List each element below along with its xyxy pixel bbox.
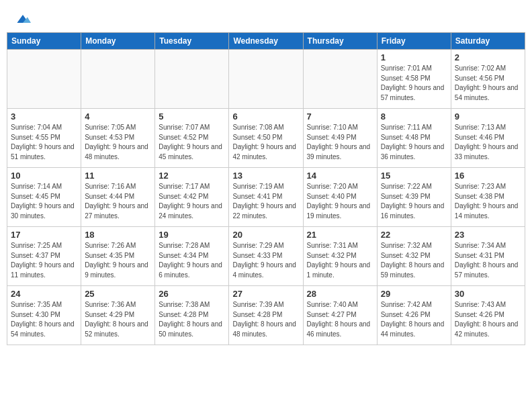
day-number: 9 [455,111,521,122]
day-cell: 10Sunrise: 7:14 AM Sunset: 4:45 PM Dayli… [7,168,81,227]
day-info: Sunrise: 7:36 AM Sunset: 4:29 PM Dayligh… [85,300,151,339]
column-header-thursday: Thursday [303,33,377,50]
day-number: 22 [381,230,447,240]
day-info: Sunrise: 7:11 AM Sunset: 4:48 PM Dayligh… [381,123,447,162]
day-cell: 22Sunrise: 7:32 AM Sunset: 4:32 PM Dayli… [377,227,451,286]
day-info: Sunrise: 7:42 AM Sunset: 4:26 PM Dayligh… [381,300,447,339]
day-number: 25 [85,289,151,299]
day-number: 30 [455,289,521,299]
day-info: Sunrise: 7:29 AM Sunset: 4:33 PM Dayligh… [232,241,299,280]
day-info: Sunrise: 7:34 AM Sunset: 4:31 PM Dayligh… [455,241,521,280]
day-number: 20 [232,230,299,240]
week-row-2: 3Sunrise: 7:04 AM Sunset: 4:55 PM Daylig… [7,109,525,168]
day-number: 29 [381,289,447,299]
day-info: Sunrise: 7:22 AM Sunset: 4:39 PM Dayligh… [381,182,447,221]
day-cell: 19Sunrise: 7:28 AM Sunset: 4:34 PM Dayli… [155,227,229,286]
day-number: 4 [85,111,151,122]
column-header-wednesday: Wednesday [229,33,303,50]
day-cell: 25Sunrise: 7:36 AM Sunset: 4:29 PM Dayli… [81,286,155,345]
week-row-1: 1Sunrise: 7:01 AM Sunset: 4:58 PM Daylig… [7,50,525,109]
day-number: 19 [159,230,225,240]
day-cell [155,50,229,109]
day-info: Sunrise: 7:43 AM Sunset: 4:26 PM Dayligh… [455,300,521,339]
day-cell: 5Sunrise: 7:07 AM Sunset: 4:52 PM Daylig… [155,109,229,168]
day-cell: 6Sunrise: 7:08 AM Sunset: 4:50 PM Daylig… [229,109,303,168]
day-info: Sunrise: 7:23 AM Sunset: 4:38 PM Dayligh… [455,182,521,221]
day-info: Sunrise: 7:13 AM Sunset: 4:46 PM Dayligh… [455,123,521,162]
calendar-wrapper: SundayMondayTuesdayWednesdayThursdayFrid… [0,32,532,352]
day-cell [229,50,303,109]
day-cell: 18Sunrise: 7:26 AM Sunset: 4:35 PM Dayli… [81,227,155,286]
day-info: Sunrise: 7:40 AM Sunset: 4:27 PM Dayligh… [307,300,373,339]
day-info: Sunrise: 7:25 AM Sunset: 4:37 PM Dayligh… [11,241,77,280]
day-number: 23 [455,230,521,240]
day-number: 24 [11,289,77,299]
day-info: Sunrise: 7:07 AM Sunset: 4:52 PM Dayligh… [159,123,225,162]
day-number: 21 [307,230,373,240]
header [0,0,532,32]
day-cell: 17Sunrise: 7:25 AM Sunset: 4:37 PM Dayli… [7,227,81,286]
day-cell: 4Sunrise: 7:05 AM Sunset: 4:53 PM Daylig… [81,109,155,168]
column-header-friday: Friday [377,33,451,50]
day-cell: 23Sunrise: 7:34 AM Sunset: 4:31 PM Dayli… [451,227,525,286]
logo-icon [15,12,31,26]
column-header-monday: Monday [81,33,155,50]
day-cell: 12Sunrise: 7:17 AM Sunset: 4:42 PM Dayli… [155,168,229,227]
logo [13,12,31,26]
day-number: 26 [159,289,225,299]
day-cell [303,50,377,109]
day-number: 1 [381,52,447,62]
day-cell: 26Sunrise: 7:38 AM Sunset: 4:28 PM Dayli… [155,286,229,345]
day-cell: 1Sunrise: 7:01 AM Sunset: 4:58 PM Daylig… [377,50,451,109]
day-cell: 30Sunrise: 7:43 AM Sunset: 4:26 PM Dayli… [451,286,525,345]
day-info: Sunrise: 7:16 AM Sunset: 4:44 PM Dayligh… [85,182,151,221]
day-number: 14 [307,171,373,181]
week-row-4: 17Sunrise: 7:25 AM Sunset: 4:37 PM Dayli… [7,227,525,286]
day-cell: 15Sunrise: 7:22 AM Sunset: 4:39 PM Dayli… [377,168,451,227]
day-number: 18 [85,230,151,240]
day-number: 27 [232,289,299,299]
day-info: Sunrise: 7:38 AM Sunset: 4:28 PM Dayligh… [159,300,225,339]
day-info: Sunrise: 7:04 AM Sunset: 4:55 PM Dayligh… [11,123,77,162]
day-cell: 14Sunrise: 7:20 AM Sunset: 4:40 PM Dayli… [303,168,377,227]
day-cell: 27Sunrise: 7:39 AM Sunset: 4:28 PM Dayli… [229,286,303,345]
day-number: 10 [11,171,77,181]
day-number: 11 [85,171,151,181]
day-info: Sunrise: 7:01 AM Sunset: 4:58 PM Dayligh… [381,64,447,103]
week-row-3: 10Sunrise: 7:14 AM Sunset: 4:45 PM Dayli… [7,168,525,227]
day-cell: 11Sunrise: 7:16 AM Sunset: 4:44 PM Dayli… [81,168,155,227]
day-info: Sunrise: 7:10 AM Sunset: 4:49 PM Dayligh… [307,123,373,162]
day-cell: 2Sunrise: 7:02 AM Sunset: 4:56 PM Daylig… [451,50,525,109]
day-cell: 20Sunrise: 7:29 AM Sunset: 4:33 PM Dayli… [229,227,303,286]
day-info: Sunrise: 7:31 AM Sunset: 4:32 PM Dayligh… [307,241,373,280]
day-info: Sunrise: 7:39 AM Sunset: 4:28 PM Dayligh… [232,300,299,339]
day-info: Sunrise: 7:20 AM Sunset: 4:40 PM Dayligh… [307,182,373,221]
column-header-tuesday: Tuesday [155,33,229,50]
day-info: Sunrise: 7:14 AM Sunset: 4:45 PM Dayligh… [11,182,77,221]
day-number: 6 [232,111,299,122]
day-cell: 21Sunrise: 7:31 AM Sunset: 4:32 PM Dayli… [303,227,377,286]
day-info: Sunrise: 7:02 AM Sunset: 4:56 PM Dayligh… [455,64,521,103]
day-number: 28 [307,289,373,299]
day-cell: 13Sunrise: 7:19 AM Sunset: 4:41 PM Dayli… [229,168,303,227]
day-number: 16 [455,171,521,181]
column-header-sunday: Sunday [7,33,81,50]
day-cell: 29Sunrise: 7:42 AM Sunset: 4:26 PM Dayli… [377,286,451,345]
day-number: 3 [11,111,77,122]
day-number: 17 [11,230,77,240]
day-number: 2 [455,52,521,62]
day-number: 15 [381,171,447,181]
day-cell: 3Sunrise: 7:04 AM Sunset: 4:55 PM Daylig… [7,109,81,168]
day-cell: 16Sunrise: 7:23 AM Sunset: 4:38 PM Dayli… [451,168,525,227]
day-cell: 9Sunrise: 7:13 AM Sunset: 4:46 PM Daylig… [451,109,525,168]
day-number: 5 [159,111,225,122]
calendar-table: SundayMondayTuesdayWednesdayThursdayFrid… [7,32,525,345]
day-cell: 7Sunrise: 7:10 AM Sunset: 4:49 PM Daylig… [303,109,377,168]
day-info: Sunrise: 7:26 AM Sunset: 4:35 PM Dayligh… [85,241,151,280]
day-info: Sunrise: 7:08 AM Sunset: 4:50 PM Dayligh… [232,123,299,162]
day-cell [7,50,81,109]
day-info: Sunrise: 7:32 AM Sunset: 4:32 PM Dayligh… [381,241,447,280]
day-cell: 24Sunrise: 7:35 AM Sunset: 4:30 PM Dayli… [7,286,81,345]
day-cell: 8Sunrise: 7:11 AM Sunset: 4:48 PM Daylig… [377,109,451,168]
week-row-5: 24Sunrise: 7:35 AM Sunset: 4:30 PM Dayli… [7,286,525,345]
